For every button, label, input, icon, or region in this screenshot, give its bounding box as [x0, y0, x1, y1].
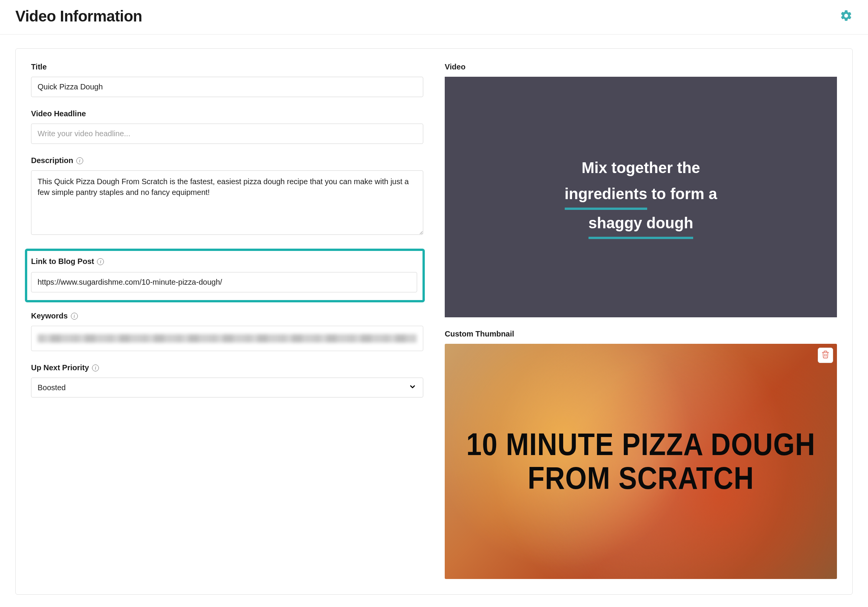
- info-icon[interactable]: i: [71, 313, 78, 320]
- headline-label: Video Headline: [31, 109, 86, 118]
- link-input[interactable]: [31, 272, 417, 292]
- info-icon[interactable]: i: [76, 157, 83, 164]
- keywords-blurred-content: [38, 334, 417, 343]
- trash-icon: [821, 350, 830, 360]
- thumbnail-field: Custom Thumbnail 10 MINUTE PIZZA DOUGH F…: [445, 330, 837, 579]
- keywords-input[interactable]: [31, 326, 423, 351]
- thumbnail-text: 10 MINUTE PIZZA DOUGH FROM SCRATCH: [445, 428, 837, 495]
- link-highlight-box: Link to Blog Post i: [25, 249, 425, 302]
- page-header: Video Information: [0, 0, 868, 35]
- title-label: Title: [31, 63, 47, 71]
- headline-field: Video Headline: [31, 109, 423, 144]
- description-label: Description: [31, 156, 73, 165]
- right-column: Video Mix together the ingredients to fo…: [445, 63, 837, 579]
- delete-thumbnail-button[interactable]: [818, 348, 833, 363]
- priority-select[interactable]: Boosted: [31, 378, 423, 398]
- page-title: Video Information: [15, 8, 142, 25]
- description-input[interactable]: [31, 170, 423, 235]
- gear-icon[interactable]: [840, 9, 853, 24]
- video-field: Video Mix together the ingredients to fo…: [445, 63, 837, 317]
- link-label: Link to Blog Post: [31, 257, 94, 266]
- info-icon[interactable]: i: [97, 258, 104, 265]
- priority-field: Up Next Priority i Boosted: [31, 363, 423, 398]
- description-field: Description i: [31, 156, 423, 236]
- thumbnail-label: Custom Thumbnail: [445, 330, 514, 338]
- title-input[interactable]: [31, 77, 423, 97]
- video-caption: Mix together the ingredients to form a s…: [565, 155, 717, 239]
- headline-input[interactable]: [31, 124, 423, 144]
- info-icon[interactable]: i: [92, 365, 99, 371]
- video-preview[interactable]: Mix together the ingredients to form a s…: [445, 77, 837, 317]
- priority-label: Up Next Priority: [31, 363, 89, 372]
- keywords-label: Keywords: [31, 312, 68, 320]
- video-info-card: Title Video Headline Description i Link …: [15, 48, 853, 595]
- video-label: Video: [445, 63, 465, 71]
- custom-thumbnail[interactable]: 10 MINUTE PIZZA DOUGH FROM SCRATCH: [445, 344, 837, 579]
- left-column: Title Video Headline Description i Link …: [31, 63, 423, 579]
- title-field: Title: [31, 63, 423, 97]
- keywords-field: Keywords i: [31, 312, 423, 351]
